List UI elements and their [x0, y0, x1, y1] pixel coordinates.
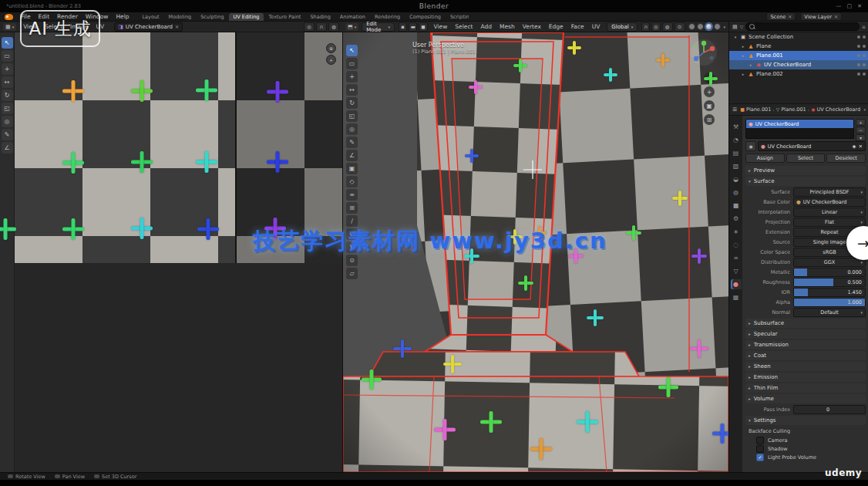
cursor-tool-icon[interactable]: + [346, 71, 358, 83]
viewport-menu-face[interactable]: Face [567, 23, 588, 30]
visibility-icons[interactable] [857, 54, 866, 57]
outliner-search-input[interactable] [745, 22, 860, 31]
maximize-icon[interactable]: ▢ [847, 3, 853, 9]
show-gizmo-icon[interactable]: ◍ [662, 22, 673, 32]
select-box-tool-icon[interactable]: ▭ [346, 58, 358, 69]
mode-dropdown[interactable]: Edit Mode▾ [362, 22, 395, 32]
section-transmission[interactable]: ▸Transmission [745, 340, 866, 349]
material-slot-list[interactable]: ●UV CheckerBoard [745, 119, 854, 139]
projection-field[interactable]: Flat▾ [793, 218, 866, 227]
tweak-tool-icon[interactable]: ↖ [346, 45, 358, 56]
uv-pan-icon[interactable]: + [326, 55, 336, 65]
expand-icon[interactable]: ▸ [749, 62, 753, 67]
expand-icon[interactable]: ▸ [741, 72, 745, 76]
properties-tab-world[interactable]: ◍ [731, 187, 742, 197]
viewport-menu-edge[interactable]: Edge [545, 23, 567, 30]
outliner-row-plane-001[interactable]: ▸▲Plane.001 [729, 51, 868, 60]
add-slot-button[interactable]: + [856, 119, 866, 126]
pass-index-field[interactable]: 0 [793, 405, 866, 414]
uv-zoom-icon[interactable]: ⊕ [326, 43, 336, 53]
surface-field[interactable]: Principled BSDF▾ [793, 187, 866, 197]
expand-icon[interactable]: ▾ [733, 35, 738, 39]
interpolation-field[interactable]: Linear▾ [793, 208, 866, 217]
workspace-tab-sculpting[interactable]: Sculpting [196, 13, 228, 21]
close-icon[interactable]: ✕ [857, 3, 862, 9]
outliner-filter-funnel-icon[interactable]: ▽ [740, 24, 744, 29]
material-slot-row[interactable]: ●UV CheckerBoard [746, 120, 853, 128]
checkbox-camera[interactable] [756, 437, 764, 444]
section-subsurface[interactable]: ▸Subsurface [745, 319, 866, 328]
properties-tab-physics[interactable]: ◌ [731, 240, 742, 250]
outliner-row-scene-collection[interactable]: ▾▣Scene Collection [729, 32, 868, 42]
scene-unlink-icon[interactable]: ✕ [788, 14, 792, 19]
view-layer-selector[interactable]: View Layer✕ [800, 12, 842, 21]
loop-cut-tool-icon[interactable]: ⊞ [346, 202, 358, 214]
visibility-icons[interactable] [857, 35, 866, 39]
section-sheen[interactable]: ▸Sheen [745, 362, 866, 371]
uv-editor-type-icon[interactable]: ▦▾ [3, 23, 16, 31]
select-button[interactable]: Select [786, 154, 826, 163]
checkbox-shadow[interactable] [756, 445, 764, 453]
uv-image-unlink-icon[interactable]: ✕ [175, 24, 179, 29]
select-box-tool-icon[interactable]: ▭ [2, 50, 13, 62]
scale-tool-icon[interactable]: ◱ [2, 103, 13, 114]
shading-dropdown-icon[interactable]: ▾ [724, 25, 726, 29]
proportional-edit-icon[interactable]: ◎ [651, 22, 660, 32]
ior-field[interactable]: 1.450 [793, 288, 866, 297]
outliner-row-uv-checkerboard[interactable]: ▸◉UV CheckerBoard [729, 60, 868, 69]
properties-tab-object[interactable]: ■ [731, 201, 742, 211]
alpha-field[interactable]: 1.000 [793, 298, 866, 307]
inset-tool-icon[interactable]: ◇ [346, 176, 358, 187]
breadcrumb-material[interactable]: ◉ UV CheckerBoard [811, 106, 860, 113]
viewport-menu-view[interactable]: View [430, 23, 452, 30]
annotate-tool-icon[interactable]: ✎ [2, 129, 13, 140]
visibility-icons[interactable] [857, 45, 866, 48]
uv-snap-icon[interactable]: ∩ [316, 22, 327, 32]
workspace-tab-scripting[interactable]: Scripting [446, 13, 469, 21]
section-emission[interactable]: ▸Emission [745, 373, 866, 382]
toggle-perspective-icon[interactable]: ⊞ [704, 114, 715, 125]
expand-icon[interactable]: ▸ [741, 44, 745, 49]
pan-icon[interactable]: + [704, 86, 715, 97]
section-thin-film[interactable]: ▸Thin Film [745, 383, 866, 393]
properties-tab-particles[interactable]: ∗ [731, 227, 742, 237]
camera-view-icon[interactable]: ▣ [704, 100, 715, 111]
move-tool-icon[interactable]: ↔ [2, 76, 13, 88]
breadcrumb-object[interactable]: ■ Plane.001 [740, 106, 771, 113]
solid-shading-button[interactable] [697, 23, 704, 30]
spin-tool-icon[interactable]: ↺ [346, 228, 358, 240]
properties-tab-scene[interactable]: ◒ [731, 174, 742, 184]
cursor-tool-icon[interactable]: + [2, 63, 13, 75]
workspace-tab-uv-editing[interactable]: UV Editing [229, 13, 264, 21]
uv-image-selector[interactable]: ◨UV CheckerBoard ✕ [114, 22, 183, 32]
knife-tool-icon[interactable]: ∕ [346, 215, 358, 227]
uv-proportional-icon[interactable]: ◎ [304, 22, 315, 32]
workspace-tab-modeling[interactable]: Modeling [164, 13, 197, 21]
viewport-menu-select[interactable]: Select [451, 23, 476, 30]
viewport-area[interactable]: User Perspective (1) Plane.001 | Plane.0… [342, 32, 728, 472]
orientation-dropdown[interactable]: Global▾ [607, 22, 638, 32]
edge-select-mode-button[interactable]: ▬ [409, 22, 417, 32]
wireframe-shading-button[interactable] [688, 23, 695, 30]
outliner-filter-icon[interactable]: ≡ [862, 24, 866, 29]
workspace-tab-animation[interactable]: Animation [335, 13, 370, 21]
vertex-select-mode-button[interactable]: ▪ [399, 22, 407, 32]
rotate-tool-icon[interactable]: ↻ [346, 97, 358, 109]
properties-tab-render[interactable]: ◔ [731, 135, 742, 145]
measure-tool-icon[interactable]: ∠ [2, 142, 13, 154]
transform-tool-icon[interactable]: ◎ [346, 123, 358, 135]
expand-icon[interactable]: ▸ [741, 53, 745, 58]
workspace-tab-rendering[interactable]: Rendering [370, 13, 405, 21]
properties-tab-constraints[interactable]: ∞ [731, 253, 742, 263]
normal-field[interactable]: Default▾ [793, 308, 866, 317]
snap-magnet-icon[interactable]: ∩ [641, 22, 650, 32]
scale-tool-icon[interactable]: ◱ [346, 110, 358, 122]
metallic-field[interactable]: 0.000 [793, 268, 866, 277]
properties-tab-view-layer[interactable]: ▧ [731, 161, 742, 171]
section-settings[interactable]: ▾Settings [745, 416, 866, 425]
base-color-field[interactable]: ●UV CheckerBoard [793, 197, 866, 207]
viewport-menu-uv[interactable]: UV [588, 23, 604, 30]
rotate-tool-icon[interactable]: ↻ [2, 89, 13, 101]
roughness-field[interactable]: 0.500 [793, 278, 866, 287]
outliner-editor-type-icon[interactable]: ▤ [732, 24, 738, 30]
